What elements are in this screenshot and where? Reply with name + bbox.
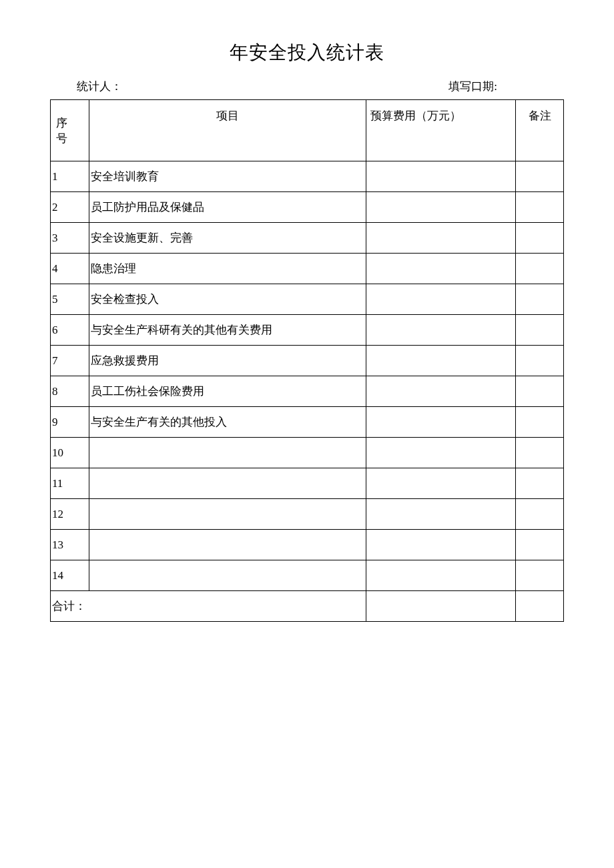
- cell-budget: [366, 560, 516, 591]
- cell-seq: 8: [51, 376, 89, 407]
- cell-remark: [516, 468, 564, 499]
- cell-seq: 13: [51, 530, 89, 560]
- cell-seq: 14: [51, 560, 89, 591]
- cell-seq: 4: [51, 254, 89, 284]
- cell-budget: [366, 438, 516, 468]
- cell-item: [89, 499, 366, 530]
- header-remark: 备注: [516, 100, 564, 161]
- table-row: 6 与安全生产科研有关的其他有关费用: [51, 315, 564, 346]
- page-title: 年安全投入统计表: [50, 40, 564, 65]
- table-row: 7 应急救援费用: [51, 346, 564, 376]
- cell-seq: 5: [51, 284, 89, 315]
- cell-item: 安全设施更新、完善: [89, 223, 366, 254]
- header-item: 项目: [89, 100, 366, 161]
- cell-remark: [516, 161, 564, 192]
- cell-remark: [516, 192, 564, 223]
- cell-remark: [516, 560, 564, 591]
- table-row: 10: [51, 438, 564, 468]
- cell-budget: [366, 315, 516, 346]
- cell-remark: [516, 438, 564, 468]
- table-row: 5 安全检查投入: [51, 284, 564, 315]
- cell-seq: 6: [51, 315, 89, 346]
- cell-remark: [516, 499, 564, 530]
- table-row: 12: [51, 499, 564, 530]
- cell-seq: 2: [51, 192, 89, 223]
- cell-item: 员工工伤社会保险费用: [89, 376, 366, 407]
- cell-item: 与安全生产科研有关的其他有关费用: [89, 315, 366, 346]
- cell-item: 与安全生产有关的其他投入: [89, 407, 366, 438]
- cell-remark: [516, 284, 564, 315]
- cell-seq: 10: [51, 438, 89, 468]
- cell-seq: 12: [51, 499, 89, 530]
- header-budget: 预算费用（万元）: [366, 100, 516, 161]
- cell-item: 员工防护用品及保健品: [89, 192, 366, 223]
- cell-budget: [366, 530, 516, 560]
- table-row: 2 员工防护用品及保健品: [51, 192, 564, 223]
- cell-remark: [516, 346, 564, 376]
- investment-table: 序 号 项目 预算费用（万元） 备注 1 安全培训教育 2 员工防护用品及保健品…: [50, 99, 564, 622]
- table-header-row: 序 号 项目 预算费用（万元） 备注: [51, 100, 564, 161]
- cell-budget: [366, 254, 516, 284]
- cell-budget: [366, 284, 516, 315]
- cell-seq: 3: [51, 223, 89, 254]
- table-row: 11: [51, 468, 564, 499]
- table-row: 9 与安全生产有关的其他投入: [51, 407, 564, 438]
- cell-item: [89, 468, 366, 499]
- cell-budget: [366, 223, 516, 254]
- table-body: 1 安全培训教育 2 员工防护用品及保健品 3 安全设施更新、完善 4 隐患治理…: [51, 161, 564, 622]
- cell-item: 隐患治理: [89, 254, 366, 284]
- table-row: 8 员工工伤社会保险费用: [51, 376, 564, 407]
- cell-budget: [366, 192, 516, 223]
- table-row: 3 安全设施更新、完善: [51, 223, 564, 254]
- fill-date-label: 填写口期:: [448, 79, 537, 94]
- cell-remark: [516, 254, 564, 284]
- cell-item: 安全检查投入: [89, 284, 366, 315]
- header-seq: 序 号: [51, 100, 89, 161]
- cell-seq: 11: [51, 468, 89, 499]
- table-row: 13: [51, 530, 564, 560]
- cell-item: [89, 438, 366, 468]
- cell-remark: [516, 223, 564, 254]
- total-label: 合计：: [51, 591, 366, 622]
- cell-seq: 9: [51, 407, 89, 438]
- cell-item: [89, 530, 366, 560]
- cell-seq: 7: [51, 346, 89, 376]
- total-remark: [516, 591, 564, 622]
- table-total-row: 合计：: [51, 591, 564, 622]
- cell-budget: [366, 376, 516, 407]
- cell-budget: [366, 407, 516, 438]
- cell-remark: [516, 376, 564, 407]
- cell-seq: 1: [51, 161, 89, 192]
- table-row: 4 隐患治理: [51, 254, 564, 284]
- cell-item: [89, 560, 366, 591]
- cell-item: 安全培训教育: [89, 161, 366, 192]
- cell-budget: [366, 161, 516, 192]
- meta-row: 统计人： 填写口期:: [50, 79, 564, 94]
- cell-remark: [516, 315, 564, 346]
- table-row: 14: [51, 560, 564, 591]
- stat-person-label: 统计人：: [77, 79, 122, 94]
- cell-budget: [366, 499, 516, 530]
- total-budget: [366, 591, 516, 622]
- cell-budget: [366, 468, 516, 499]
- cell-remark: [516, 407, 564, 438]
- cell-remark: [516, 530, 564, 560]
- cell-item: 应急救援费用: [89, 346, 366, 376]
- table-row: 1 安全培训教育: [51, 161, 564, 192]
- cell-budget: [366, 346, 516, 376]
